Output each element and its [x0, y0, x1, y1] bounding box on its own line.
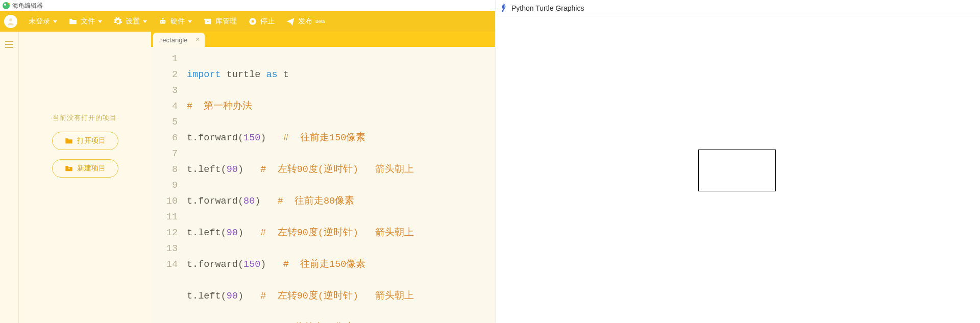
project-sidebar: ·当前没有打开的项目· 打开项目 新建项目: [18, 32, 151, 323]
open-project-label: 打开项目: [77, 136, 106, 145]
svg-rect-13: [5, 44, 13, 45]
open-project-button[interactable]: 打开项目: [52, 132, 118, 150]
hardware-menu[interactable]: 硬件: [158, 17, 192, 26]
menu-toggle-icon[interactable]: [5, 41, 13, 48]
editor-titlebar: 海龟编辑器: [0, 0, 495, 11]
folder-icon: [68, 17, 78, 26]
hardware-label: 硬件: [170, 17, 185, 26]
svg-rect-8: [205, 20, 211, 24]
file-menu[interactable]: 文件: [68, 17, 102, 26]
svg-rect-14: [5, 47, 13, 48]
gear-icon: [113, 17, 122, 26]
chevron-down-icon: [98, 20, 102, 23]
python-tk-icon: [500, 3, 507, 13]
menu-bar: 未登录 文件 设置 硬件 库管理 停止: [0, 11, 495, 32]
work-area: ·当前没有打开的项目· 打开项目 新建项目 rectangle × 123456…: [0, 32, 495, 323]
close-icon[interactable]: ×: [195, 36, 200, 43]
login-label: 未登录: [29, 17, 50, 26]
publish-label: 发布: [298, 17, 312, 26]
tab-rectangle[interactable]: rectangle ×: [153, 33, 205, 47]
line-gutter: 1234567891011121314: [151, 47, 185, 323]
drawn-rectangle: [698, 150, 776, 191]
file-label: 文件: [81, 17, 95, 26]
svg-point-1: [4, 4, 6, 6]
svg-rect-16: [68, 167, 69, 169]
turtle-window-title: Python Turtle Graphics: [511, 4, 584, 12]
stop-icon: [248, 17, 257, 26]
turtle-titlebar[interactable]: Python Turtle Graphics: [496, 0, 980, 16]
settings-menu[interactable]: 设置: [113, 17, 147, 26]
library-label: 库管理: [215, 17, 237, 26]
side-strip: [0, 32, 18, 323]
new-project-label: 新建项目: [77, 164, 106, 173]
publish-menu[interactable]: 发布Beta: [286, 17, 325, 26]
login-menu[interactable]: 未登录: [29, 17, 57, 26]
svg-point-2: [9, 18, 12, 21]
svg-point-0: [3, 2, 10, 9]
tab-label: rectangle: [160, 36, 187, 44]
editor-column: rectangle × 1234567891011121314 import t…: [151, 32, 495, 323]
library-menu[interactable]: 库管理: [203, 17, 237, 26]
svg-rect-12: [5, 41, 13, 42]
archive-icon: [203, 17, 212, 26]
svg-point-5: [163, 21, 164, 22]
svg-rect-3: [160, 20, 166, 24]
svg-rect-6: [162, 18, 164, 19]
tab-bar: rectangle ×: [151, 32, 495, 47]
turtle-graphics-window: Python Turtle Graphics: [496, 0, 980, 323]
stop-button[interactable]: 停止: [248, 17, 275, 26]
chevron-down-icon: [188, 20, 192, 23]
svg-rect-9: [207, 21, 209, 22]
chevron-down-icon: [53, 20, 57, 23]
svg-point-4: [161, 21, 162, 22]
avatar-icon[interactable]: [4, 15, 17, 28]
stop-label: 停止: [260, 17, 275, 26]
beta-badge: Beta: [315, 19, 325, 24]
settings-label: 设置: [126, 17, 140, 26]
turtle-canvas: [496, 16, 980, 323]
folder-plus-icon: [65, 165, 73, 172]
folder-open-icon: [65, 137, 73, 144]
no-project-message: ·当前没有打开的项目·: [51, 113, 119, 122]
code-editor[interactable]: 1234567891011121314 import turtle as t #…: [151, 47, 495, 323]
app-title: 海龟编辑器: [12, 2, 43, 10]
chevron-down-icon: [143, 20, 147, 23]
code-content[interactable]: import turtle as t # 第一种办法 t.forward(150…: [185, 47, 495, 323]
new-project-button[interactable]: 新建项目: [52, 159, 118, 178]
send-icon: [286, 17, 295, 26]
svg-rect-7: [204, 19, 211, 20]
svg-rect-11: [252, 20, 254, 23]
app-logo-icon: [2, 2, 10, 10]
robot-icon: [158, 17, 167, 26]
